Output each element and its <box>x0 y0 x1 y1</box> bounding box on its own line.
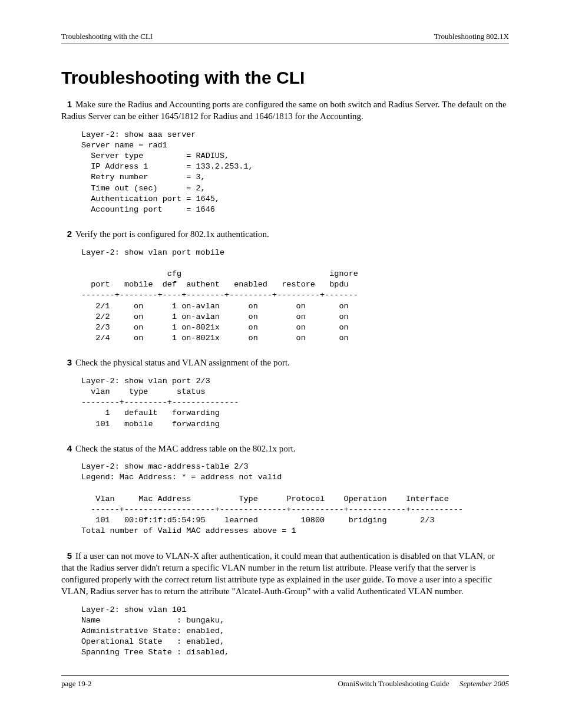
steps-list: 1Make sure the Radius and Accounting por… <box>61 98 509 658</box>
page-container: Troubleshooting with the CLI Troubleshoo… <box>0 0 562 712</box>
step-number: 3 <box>61 357 72 368</box>
step: 4Check the status of the MAC address tab… <box>61 443 509 537</box>
step-body-text: Check the physical status and VLAN assig… <box>75 358 290 367</box>
step-text: 2Verify the port is configured for 802.1… <box>61 228 509 240</box>
code-block: Layer-2: show vlan port mobile cfg ignor… <box>81 248 509 344</box>
code-block: Layer-2: show vlan 101 Name : bungaku, A… <box>81 605 509 658</box>
step-text: 1Make sure the Radius and Accounting por… <box>61 98 509 123</box>
code-block: Layer-2: show mac-address-table 2/3 Lege… <box>81 462 509 537</box>
step-text: 5If a user can not move to VLAN-X after … <box>61 550 509 598</box>
step-body-text: If a user can not move to VLAN-X after a… <box>61 551 495 597</box>
header-left: Troubleshooting with the CLI <box>61 32 153 41</box>
step: 1Make sure the Radius and Accounting por… <box>61 98 509 215</box>
step-text: 3Check the physical status and VLAN assi… <box>61 357 509 368</box>
step-number: 2 <box>61 228 72 240</box>
footer-date: September 2005 <box>459 679 509 688</box>
page-footer: page 19-2 OmniSwitch Troubleshooting Gui… <box>61 675 509 689</box>
step-body-text: Make sure the Radius and Accounting port… <box>61 100 507 121</box>
step-body-text: Check the status of the MAC address tabl… <box>75 444 296 453</box>
footer-right: OmniSwitch Troubleshooting Guide Septemb… <box>338 679 509 689</box>
step-number: 4 <box>61 443 72 454</box>
page-title: Troubleshooting with the CLI <box>61 68 509 88</box>
step: 2Verify the port is configured for 802.1… <box>61 228 509 344</box>
step: 3Check the physical status and VLAN assi… <box>61 357 509 429</box>
footer-page-number: page 19-2 <box>61 679 92 689</box>
code-block: Layer-2: show aaa server Server name = r… <box>81 130 509 216</box>
step: 5If a user can not move to VLAN-X after … <box>61 550 509 658</box>
step-body-text: Verify the port is configured for 802.1x… <box>75 229 269 239</box>
code-block: Layer-2: show vlan port 2/3 vlan type st… <box>81 376 509 430</box>
step-text: 4Check the status of the MAC address tab… <box>61 443 509 454</box>
footer-guide-title: OmniSwitch Troubleshooting Guide <box>338 679 449 688</box>
page-header: Troubleshooting with the CLI Troubleshoo… <box>61 32 509 44</box>
step-number: 1 <box>61 98 72 110</box>
header-right: Troubleshooting 802.1X <box>434 32 509 41</box>
step-number: 5 <box>61 550 72 562</box>
